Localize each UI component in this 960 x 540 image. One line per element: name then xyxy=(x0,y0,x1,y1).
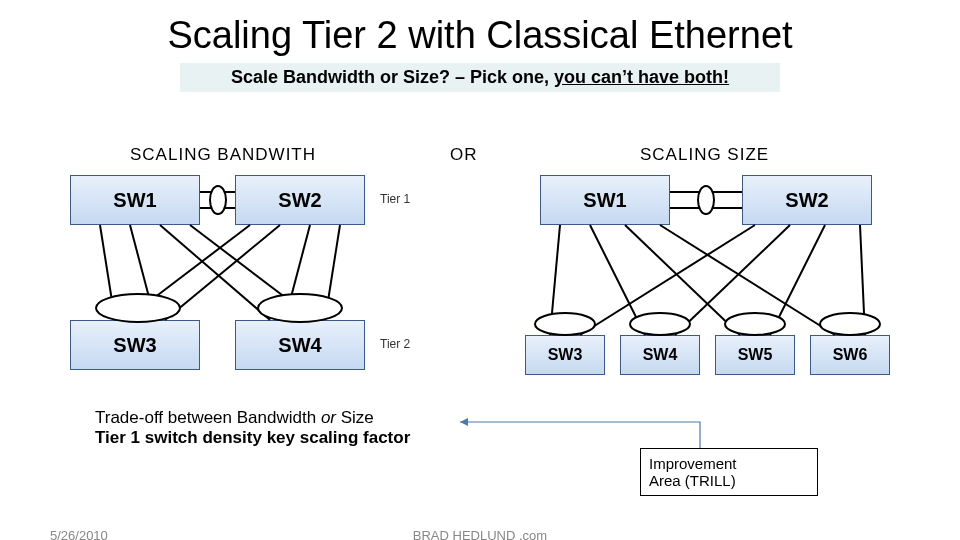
left-sw2-box: SW2 xyxy=(235,175,365,225)
svg-point-25 xyxy=(630,313,690,335)
svg-line-3 xyxy=(100,225,115,320)
svg-line-8 xyxy=(165,225,280,320)
left-sw1-box: SW1 xyxy=(70,175,200,225)
footer-brand: BRAD HEDLUND .com xyxy=(0,528,960,540)
right-sw3-box: SW3 xyxy=(525,335,605,375)
tradeoff-l1b: or xyxy=(321,408,341,427)
improvement-l1: Improvement xyxy=(649,455,737,472)
svg-line-19 xyxy=(660,225,835,335)
label-or: OR xyxy=(450,145,478,165)
right-sw6-box: SW6 xyxy=(810,335,890,375)
svg-line-4 xyxy=(130,225,155,320)
svg-point-27 xyxy=(820,313,880,335)
improvement-box: Improvement Area (TRILL) xyxy=(640,448,818,496)
right-sw4-box: SW4 xyxy=(620,335,700,375)
improvement-l2: Area (TRILL) xyxy=(649,472,736,489)
slide-subtitle: Scale Bandwidth or Size? – Pick one, you… xyxy=(180,63,780,92)
label-tier1: Tier 1 xyxy=(380,192,410,206)
slide-title: Scaling Tier 2 with Classical Ethernet xyxy=(0,14,960,57)
svg-line-18 xyxy=(625,225,740,335)
svg-line-17 xyxy=(590,225,645,335)
left-sw3-box: SW3 xyxy=(70,320,200,370)
svg-line-7 xyxy=(125,225,250,320)
svg-line-21 xyxy=(675,225,790,335)
svg-line-22 xyxy=(770,225,825,335)
svg-marker-28 xyxy=(460,418,468,426)
svg-line-10 xyxy=(325,225,340,320)
svg-point-2 xyxy=(210,186,226,214)
subtitle-text-a: Scale Bandwidth or Size? – Pick one, xyxy=(231,67,554,87)
svg-line-16 xyxy=(550,225,560,335)
left-sw4-box: SW4 xyxy=(235,320,365,370)
svg-line-9 xyxy=(285,225,310,320)
svg-point-24 xyxy=(535,313,595,335)
right-sw2-box: SW2 xyxy=(742,175,872,225)
tradeoff-l2: Tier 1 switch density key scaling factor xyxy=(95,428,410,447)
svg-line-6 xyxy=(190,225,315,320)
tradeoff-text: Trade-off between Bandwidth or Size Tier… xyxy=(95,408,410,448)
right-sw5-box: SW5 xyxy=(715,335,795,375)
subtitle-text-b: you can’t have both! xyxy=(554,67,729,87)
label-scaling-bandwidth: SCALING BANDWITH xyxy=(130,145,316,165)
right-sw1-box: SW1 xyxy=(540,175,670,225)
svg-line-20 xyxy=(580,225,755,335)
svg-point-12 xyxy=(258,294,342,322)
svg-line-23 xyxy=(860,225,865,335)
svg-point-26 xyxy=(725,313,785,335)
svg-line-5 xyxy=(160,225,270,320)
tradeoff-l1c: Size xyxy=(341,408,374,427)
label-scaling-size: SCALING SIZE xyxy=(640,145,769,165)
label-tier2: Tier 2 xyxy=(380,337,410,351)
svg-point-15 xyxy=(698,186,714,214)
svg-point-11 xyxy=(96,294,180,322)
tradeoff-l1a: Trade-off between Bandwidth xyxy=(95,408,321,427)
